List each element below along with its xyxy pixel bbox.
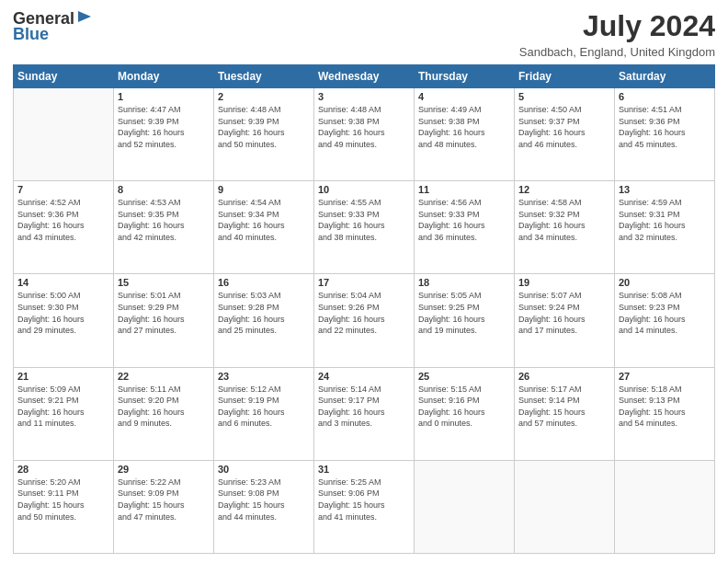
day-info: Sunrise: 4:52 AM Sunset: 9:36 PM Dayligh…: [17, 197, 109, 243]
day-info: Sunrise: 4:59 AM Sunset: 9:31 PM Dayligh…: [619, 197, 711, 243]
calendar-cell: [515, 460, 615, 553]
day-number: 5: [518, 91, 610, 102]
day-number: 28: [17, 464, 109, 475]
col-header-monday: Monday: [114, 65, 214, 88]
calendar-cell: [415, 460, 515, 553]
day-info: Sunrise: 4:48 AM Sunset: 9:38 PM Dayligh…: [318, 104, 410, 150]
calendar-cell: 18Sunrise: 5:05 AM Sunset: 9:25 PM Dayli…: [415, 274, 515, 367]
col-header-sunday: Sunday: [14, 65, 114, 88]
day-info: Sunrise: 5:18 AM Sunset: 9:13 PM Dayligh…: [619, 384, 711, 430]
calendar-cell: 29Sunrise: 5:22 AM Sunset: 9:09 PM Dayli…: [114, 460, 214, 553]
day-info: Sunrise: 5:09 AM Sunset: 9:21 PM Dayligh…: [17, 384, 109, 430]
day-info: Sunrise: 5:07 AM Sunset: 9:24 PM Dayligh…: [518, 290, 610, 336]
day-number: 25: [418, 371, 510, 382]
calendar-cell: 6Sunrise: 4:51 AM Sunset: 9:36 PM Daylig…: [615, 88, 715, 181]
day-info: Sunrise: 4:51 AM Sunset: 9:36 PM Dayligh…: [619, 104, 711, 150]
calendar-cell: 19Sunrise: 5:07 AM Sunset: 9:24 PM Dayli…: [515, 274, 615, 367]
calendar-cell: [615, 460, 715, 553]
day-number: 11: [418, 184, 510, 195]
calendar-cell: 10Sunrise: 4:55 AM Sunset: 9:33 PM Dayli…: [314, 181, 415, 274]
day-info: Sunrise: 5:20 AM Sunset: 9:11 PM Dayligh…: [17, 477, 109, 523]
day-info: Sunrise: 5:08 AM Sunset: 9:23 PM Dayligh…: [619, 290, 711, 336]
day-info: Sunrise: 5:11 AM Sunset: 9:20 PM Dayligh…: [118, 384, 210, 430]
calendar-cell: 14Sunrise: 5:00 AM Sunset: 9:30 PM Dayli…: [14, 274, 114, 367]
day-number: 22: [118, 371, 210, 382]
calendar-cell: 28Sunrise: 5:20 AM Sunset: 9:11 PM Dayli…: [14, 460, 114, 553]
calendar-week-row: 1Sunrise: 4:47 AM Sunset: 9:39 PM Daylig…: [14, 88, 715, 181]
col-header-friday: Friday: [515, 65, 615, 88]
calendar-cell: 16Sunrise: 5:03 AM Sunset: 9:28 PM Dayli…: [214, 274, 314, 367]
day-info: Sunrise: 4:48 AM Sunset: 9:39 PM Dayligh…: [218, 104, 310, 150]
calendar-week-row: 28Sunrise: 5:20 AM Sunset: 9:11 PM Dayli…: [14, 460, 715, 553]
day-number: 23: [218, 371, 310, 382]
col-header-wednesday: Wednesday: [314, 65, 415, 88]
calendar-cell: 3Sunrise: 4:48 AM Sunset: 9:38 PM Daylig…: [314, 88, 415, 181]
calendar-cell: 9Sunrise: 4:54 AM Sunset: 9:34 PM Daylig…: [214, 181, 314, 274]
calendar-header-row: SundayMondayTuesdayWednesdayThursdayFrid…: [14, 65, 715, 88]
month-year: July 2024: [519, 9, 715, 43]
calendar-cell: 13Sunrise: 4:59 AM Sunset: 9:31 PM Dayli…: [615, 181, 715, 274]
day-number: 10: [318, 184, 410, 195]
day-info: Sunrise: 5:04 AM Sunset: 9:26 PM Dayligh…: [318, 290, 410, 336]
day-number: 2: [218, 91, 310, 102]
day-number: 14: [17, 277, 109, 288]
day-number: 17: [318, 277, 410, 288]
day-number: 31: [318, 464, 410, 475]
day-info: Sunrise: 5:22 AM Sunset: 9:09 PM Dayligh…: [118, 477, 210, 523]
header: General Blue July 2024 Sandbach, England…: [13, 9, 715, 59]
day-info: Sunrise: 4:54 AM Sunset: 9:34 PM Dayligh…: [218, 197, 310, 243]
calendar-cell: 27Sunrise: 5:18 AM Sunset: 9:13 PM Dayli…: [615, 367, 715, 460]
calendar-week-row: 7Sunrise: 4:52 AM Sunset: 9:36 PM Daylig…: [14, 181, 715, 274]
day-info: Sunrise: 5:00 AM Sunset: 9:30 PM Dayligh…: [17, 290, 109, 336]
day-info: Sunrise: 4:50 AM Sunset: 9:37 PM Dayligh…: [518, 104, 610, 150]
day-info: Sunrise: 4:49 AM Sunset: 9:38 PM Dayligh…: [418, 104, 510, 150]
day-info: Sunrise: 5:12 AM Sunset: 9:19 PM Dayligh…: [218, 384, 310, 430]
calendar-cell: 7Sunrise: 4:52 AM Sunset: 9:36 PM Daylig…: [14, 181, 114, 274]
calendar-cell: 8Sunrise: 4:53 AM Sunset: 9:35 PM Daylig…: [114, 181, 214, 274]
calendar-cell: 11Sunrise: 4:56 AM Sunset: 9:33 PM Dayli…: [415, 181, 515, 274]
day-number: 24: [318, 371, 410, 382]
calendar-cell: 1Sunrise: 4:47 AM Sunset: 9:39 PM Daylig…: [114, 88, 214, 181]
calendar-week-row: 14Sunrise: 5:00 AM Sunset: 9:30 PM Dayli…: [14, 274, 715, 367]
day-number: 1: [118, 91, 210, 102]
day-number: 8: [118, 184, 210, 195]
day-number: 29: [118, 464, 210, 475]
calendar-cell: 22Sunrise: 5:11 AM Sunset: 9:20 PM Dayli…: [114, 367, 214, 460]
day-info: Sunrise: 4:55 AM Sunset: 9:33 PM Dayligh…: [318, 197, 410, 243]
calendar-cell: 21Sunrise: 5:09 AM Sunset: 9:21 PM Dayli…: [14, 367, 114, 460]
day-number: 13: [619, 184, 711, 195]
day-info: Sunrise: 5:14 AM Sunset: 9:17 PM Dayligh…: [318, 384, 410, 430]
day-number: 19: [518, 277, 610, 288]
col-header-tuesday: Tuesday: [214, 65, 314, 88]
day-number: 6: [619, 91, 711, 102]
day-number: 7: [17, 184, 109, 195]
day-number: 20: [619, 277, 711, 288]
calendar-cell: 26Sunrise: 5:17 AM Sunset: 9:14 PM Dayli…: [515, 367, 615, 460]
calendar-cell: 12Sunrise: 4:58 AM Sunset: 9:32 PM Dayli…: [515, 181, 615, 274]
calendar-cell: 15Sunrise: 5:01 AM Sunset: 9:29 PM Dayli…: [114, 274, 214, 367]
logo-flag-icon: [76, 9, 93, 28]
day-info: Sunrise: 5:17 AM Sunset: 9:14 PM Dayligh…: [518, 384, 610, 430]
calendar-cell: 2Sunrise: 4:48 AM Sunset: 9:39 PM Daylig…: [214, 88, 314, 181]
calendar-cell: 20Sunrise: 5:08 AM Sunset: 9:23 PM Dayli…: [615, 274, 715, 367]
col-header-thursday: Thursday: [415, 65, 515, 88]
day-info: Sunrise: 5:25 AM Sunset: 9:06 PM Dayligh…: [318, 477, 410, 523]
calendar-cell: 5Sunrise: 4:50 AM Sunset: 9:37 PM Daylig…: [515, 88, 615, 181]
col-header-saturday: Saturday: [615, 65, 715, 88]
day-number: 9: [218, 184, 310, 195]
calendar-cell: 23Sunrise: 5:12 AM Sunset: 9:19 PM Dayli…: [214, 367, 314, 460]
day-number: 18: [418, 277, 510, 288]
title-block: July 2024 Sandbach, England, United King…: [519, 9, 715, 59]
day-info: Sunrise: 5:03 AM Sunset: 9:28 PM Dayligh…: [218, 290, 310, 336]
day-number: 16: [218, 277, 310, 288]
calendar-week-row: 21Sunrise: 5:09 AM Sunset: 9:21 PM Dayli…: [14, 367, 715, 460]
day-info: Sunrise: 4:58 AM Sunset: 9:32 PM Dayligh…: [518, 197, 610, 243]
day-info: Sunrise: 5:01 AM Sunset: 9:29 PM Dayligh…: [118, 290, 210, 336]
logo: General Blue: [13, 9, 93, 44]
calendar-cell: 31Sunrise: 5:25 AM Sunset: 9:06 PM Dayli…: [314, 460, 415, 553]
day-number: 30: [218, 464, 310, 475]
day-number: 12: [518, 184, 610, 195]
calendar-cell: 4Sunrise: 4:49 AM Sunset: 9:38 PM Daylig…: [415, 88, 515, 181]
calendar-cell: 30Sunrise: 5:23 AM Sunset: 9:08 PM Dayli…: [214, 460, 314, 553]
logo-blue-text: Blue: [13, 25, 49, 44]
